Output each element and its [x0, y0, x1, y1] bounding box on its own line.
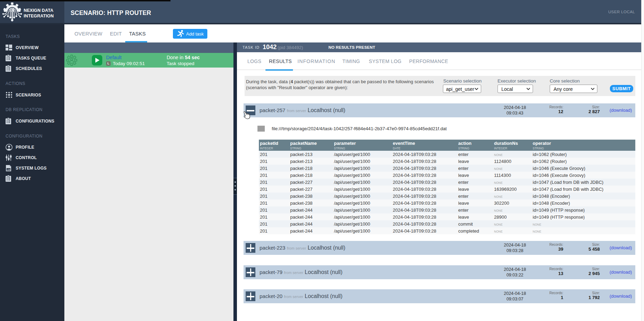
- svg-text:LOG: LOG: [7, 169, 11, 171]
